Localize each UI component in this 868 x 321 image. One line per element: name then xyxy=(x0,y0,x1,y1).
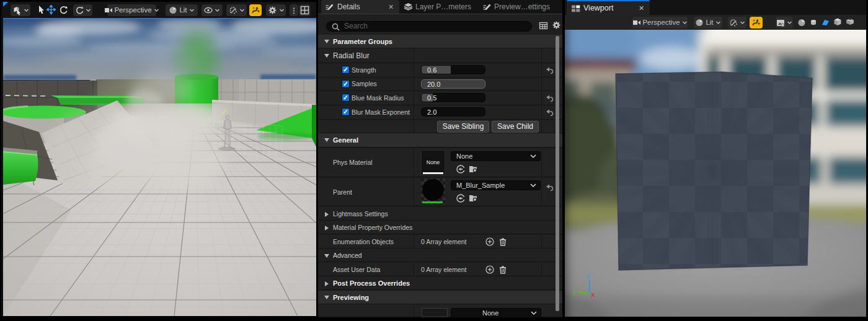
svg-text:Z: Z xyxy=(587,273,591,279)
svg-text:X: X xyxy=(591,292,595,298)
svg-text:Y: Y xyxy=(572,290,576,296)
